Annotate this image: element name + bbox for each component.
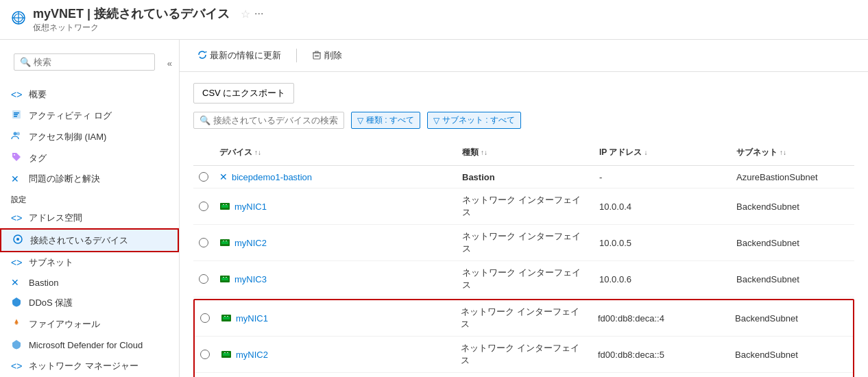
svg-rect-33 — [223, 353, 230, 356]
sidebar-item-subnets[interactable]: <> サブネット — [0, 252, 179, 273]
svg-rect-19 — [226, 204, 227, 205]
device-link[interactable]: myNIC3 — [234, 274, 267, 284]
select-cell[interactable] — [193, 225, 214, 260]
settings-section-label: 設定 — [0, 189, 179, 208]
device-link[interactable]: bicepdemo1-bastion — [232, 172, 312, 182]
sidebar-item-access-control[interactable]: アクセス制御 (IAM) — [0, 126, 179, 147]
select-cell[interactable] — [195, 337, 215, 372]
svg-rect-29 — [223, 317, 230, 319]
type-cell: ネットワーク インターフェイス — [455, 373, 592, 377]
subnets-icon: <> — [11, 257, 23, 268]
col-device[interactable]: デバイス ↑↓ — [214, 144, 457, 161]
row-radio[interactable] — [199, 238, 208, 247]
more-options-icon[interactable]: ··· — [254, 8, 263, 20]
device-search-box[interactable]: 🔍 — [193, 112, 344, 129]
select-cell[interactable] — [193, 166, 214, 188]
svg-point-9 — [14, 154, 15, 156]
refresh-button[interactable]: 最新の情報に更新 — [193, 47, 285, 64]
select-cell[interactable] — [193, 188, 214, 224]
ip-cell: 10.0.0.6 — [594, 261, 731, 297]
subnet-filter-button[interactable]: ▽ サブネット : すべて — [427, 112, 521, 129]
refresh-label: 最新の情報に更新 — [210, 49, 281, 62]
sidebar-item-ddos[interactable]: DDoS 保護 — [0, 292, 179, 313]
svg-rect-23 — [226, 241, 227, 241]
device-search-input[interactable] — [213, 115, 338, 125]
sidebar-item-label: アドレス空間 — [29, 212, 82, 224]
sidebar-item-defender[interactable]: Microsoft Defender for Cloud — [0, 335, 179, 356]
subnet-cell: BackendSubnet — [731, 261, 854, 297]
refresh-icon — [197, 50, 207, 62]
sidebar-item-label: Microsoft Defender for Cloud — [29, 340, 143, 350]
type-filter-button[interactable]: ▽ 種類 : すべて — [351, 112, 420, 129]
nic-icon — [219, 237, 230, 248]
device-cell: myNIC3 — [215, 373, 455, 377]
network-manager-icon: <> — [11, 361, 23, 372]
svg-rect-26 — [223, 277, 224, 278]
sidebar-search-box[interactable]: 🔍 — [14, 53, 155, 71]
select-cell[interactable] — [193, 261, 214, 297]
row-radio[interactable] — [200, 350, 210, 359]
nic-icon — [221, 349, 232, 360]
type-cell: ネットワーク インターフェイス — [457, 188, 594, 224]
col-type[interactable]: 種類 ↑↓ — [457, 144, 594, 161]
sidebar-collapse-icon[interactable]: « — [167, 58, 172, 69]
sidebar-item-connected-devices[interactable]: 接続されているデバイス — [0, 228, 179, 252]
toolbar: 最新の情報に更新 削除 — [180, 40, 868, 72]
sidebar-item-overview[interactable]: <> 概要 — [0, 84, 179, 105]
nic-icon — [219, 201, 230, 212]
subnet-cell: AzureBastionSubnet — [731, 166, 854, 188]
select-cell[interactable] — [195, 373, 215, 377]
subnet-sort-icon: ↑↓ — [780, 149, 786, 156]
ip-sort-icon: ↓ — [644, 149, 647, 156]
sidebar-item-bastion[interactable]: ✕ Bastion — [0, 273, 179, 292]
subnet-cell: BackendSubnet — [731, 188, 854, 224]
device-link[interactable]: myNIC2 — [234, 238, 267, 248]
subnet-cell: BackendSubnet — [730, 373, 853, 377]
sidebar-item-activity-log[interactable]: アクティビティ ログ — [0, 105, 179, 126]
sidebar-item-label: Bastion — [29, 278, 58, 288]
table-row: myNIC3 ネットワーク インターフェイス 10.0.0.6 BackendS… — [193, 261, 854, 297]
ip-cell: 10.0.0.4 — [594, 188, 731, 224]
col-subnet[interactable]: サブネット ↑↓ — [731, 144, 854, 161]
svg-rect-34 — [224, 352, 226, 353]
ip-cell: fd00:db8:deca::6 — [592, 373, 730, 377]
device-link[interactable]: myNIC1 — [234, 202, 267, 212]
row-radio[interactable] — [200, 313, 210, 323]
sidebar-item-tags[interactable]: タグ — [0, 147, 179, 169]
sidebar-search-input[interactable] — [34, 57, 149, 67]
row-radio[interactable] — [199, 274, 208, 284]
favorite-icon[interactable]: ☆ — [241, 8, 250, 21]
svg-rect-22 — [223, 241, 224, 241]
sidebar-item-label: 概要 — [29, 88, 47, 101]
subnet-filter-icon: ▽ — [433, 116, 439, 125]
svg-point-7 — [14, 132, 17, 136]
sidebar-item-diagnose[interactable]: ✕ 問題の診断と解決 — [0, 169, 179, 189]
svg-rect-27 — [226, 277, 227, 278]
subnet-cell: BackendSubnet — [730, 300, 853, 336]
ddos-icon — [11, 296, 23, 309]
delete-label: 削除 — [324, 49, 342, 62]
diagnose-icon: ✕ — [11, 173, 23, 184]
row-radio[interactable] — [199, 172, 208, 182]
table-header: デバイス ↑↓ 種類 ↑↓ IP アドレス ↓ サブネット ↑↓ — [193, 140, 854, 166]
svg-rect-5 — [14, 114, 18, 116]
defender-icon — [11, 339, 23, 352]
connected-devices-icon — [12, 234, 25, 247]
sidebar-item-firewall[interactable]: ファイアウォール — [0, 313, 179, 335]
sidebar-search-icon: 🔍 — [20, 57, 31, 67]
subnet-filter-label: サブネット : すべて — [442, 114, 515, 126]
sidebar-item-label: ネットワーク マネージャー — [29, 360, 138, 372]
main-content: 最新の情報に更新 削除 CSV にエクスポート 🔍 ▽ 種類 : すべて — [180, 40, 868, 377]
sidebar-item-address-space[interactable]: <> アドレス空間 — [0, 208, 179, 228]
ip-cell: fd00:db8:deca::5 — [592, 337, 730, 372]
sidebar-item-label: サブネット — [29, 256, 73, 269]
device-link[interactable]: myNIC1 — [236, 313, 268, 324]
sidebar-item-network-manager[interactable]: <> ネットワーク マネージャー — [0, 356, 179, 376]
device-link[interactable]: myNIC2 — [236, 350, 268, 360]
export-csv-button[interactable]: CSV にエクスポート — [193, 83, 294, 104]
delete-button[interactable]: 削除 — [308, 47, 346, 64]
row-radio[interactable] — [199, 202, 208, 211]
col-ip[interactable]: IP アドレス ↓ — [594, 144, 731, 161]
select-cell[interactable] — [195, 300, 215, 336]
sidebar-item-label: 問題の診断と解決 — [29, 173, 100, 185]
